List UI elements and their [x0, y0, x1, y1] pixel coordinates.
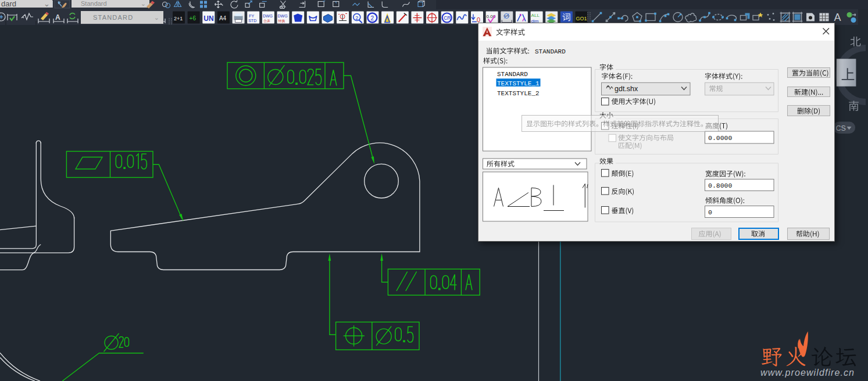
svg-text:DWG: DWG: [263, 14, 273, 18]
svg-text:A: A: [55, 13, 60, 21]
svg-text:转换: 转换: [278, 19, 285, 23]
svg-text:STD: STD: [248, 19, 256, 23]
svg-text:CS: CS: [836, 124, 846, 132]
svg-text:2+1: 2+1: [174, 16, 183, 21]
svg-text:GO1: GO1: [576, 16, 587, 21]
svg-text:ALL: ALL: [531, 13, 540, 18]
svg-text:www.proewildfire.cn: www.proewildfire.cn: [760, 368, 854, 378]
svg-text:+6: +6: [190, 15, 197, 21]
svg-text:A: A: [834, 12, 841, 23]
svg-text:A4: A4: [219, 15, 227, 21]
svg-text:CR: CR: [444, 15, 451, 21]
svg-text:2: 2: [355, 15, 358, 21]
svg-text:FY: FY: [249, 14, 254, 18]
svg-text:2: 2: [370, 15, 374, 21]
svg-text:UN: UN: [203, 15, 213, 23]
svg-text:DWG: DWG: [278, 14, 288, 18]
svg-text:合并: 合并: [263, 19, 270, 23]
